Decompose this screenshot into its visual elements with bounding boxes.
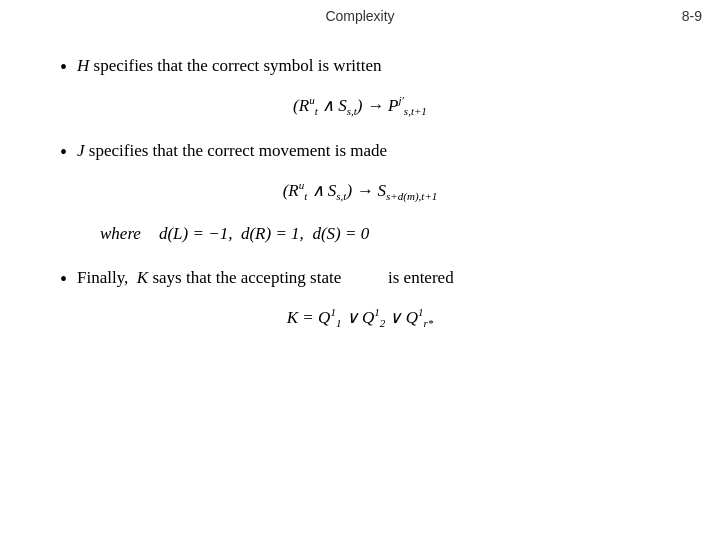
- bullet-dot-H: •: [60, 54, 67, 80]
- formula-3: K = Q11 ∨ Q12 ∨ Q1r*: [287, 308, 433, 327]
- var-H: H: [77, 56, 89, 75]
- where-line: where d(L) = −1, d(R) = 1, d(S) = 0: [100, 224, 660, 244]
- page-title: Complexity: [0, 0, 720, 24]
- where-formula: d(L) = −1, d(R) = 1, d(S) = 0: [159, 224, 369, 244]
- finally-text: Finally,: [77, 268, 128, 287]
- bullet-text-H: H specifies that the correct symbol is w…: [77, 54, 382, 78]
- bullet-item-H: • H specifies that the correct symbol is…: [60, 54, 660, 80]
- page-number: 8-9: [682, 8, 702, 24]
- main-content: • H specifies that the correct symbol is…: [0, 24, 720, 371]
- bullet-item-J: • J specifies that the correct movement …: [60, 139, 660, 165]
- formula-block-2: (Rut ∧ Ss,t) → Ss+d(m),t+1: [60, 179, 660, 202]
- formula-1: (Rut ∧ Ss,t) → Pj′s,t+1: [293, 96, 427, 115]
- is-entered-text: is entered: [388, 268, 454, 287]
- formula-block-3: K = Q11 ∨ Q12 ∨ Q1r*: [60, 306, 660, 329]
- where-label: where: [100, 224, 141, 244]
- formula-block-1: (Rut ∧ Ss,t) → Pj′s,t+1: [60, 94, 660, 117]
- bullet-text-J: J specifies that the correct movement is…: [77, 139, 387, 163]
- bullet-dot-J: •: [60, 139, 67, 165]
- var-J: J: [77, 141, 85, 160]
- var-K: K: [137, 268, 148, 287]
- bullet-item-K: • Finally, K says that the accepting sta…: [60, 266, 660, 292]
- bullet-dot-K: •: [60, 266, 67, 292]
- bullet-text-K: Finally, K says that the accepting state…: [77, 266, 454, 290]
- formula-2: (Rut ∧ Ss,t) → Ss+d(m),t+1: [283, 181, 438, 200]
